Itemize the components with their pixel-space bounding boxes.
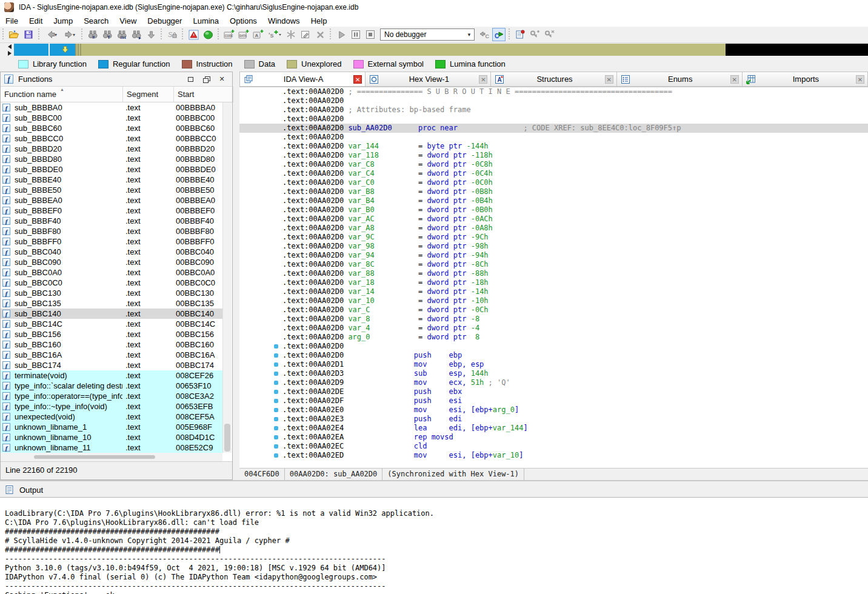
column-header-start[interactable]: Start bbox=[174, 87, 233, 102]
debugger-start-button[interactable] bbox=[335, 28, 348, 41]
debugger-pause-button[interactable] bbox=[349, 28, 362, 41]
scrollbar-thumb[interactable] bbox=[224, 424, 230, 452]
disasm-line[interactable]: .text:00AA02D0 bbox=[239, 342, 868, 351]
function-row[interactable]: fsub_BBC0C0.text00BBC0C0 bbox=[1, 278, 222, 288]
disasm-line[interactable]: .text:00AA02D0 var_C8 = dword ptr -0C8h bbox=[239, 160, 868, 169]
disasm-line[interactable]: .text:00AA02EC cld bbox=[239, 442, 868, 451]
function-row[interactable]: fsub_BBC16A.text00BBC16A bbox=[1, 350, 222, 360]
disasm-line[interactable]: .text:00AA02D0 var_144 = byte ptr -144h bbox=[239, 142, 868, 151]
function-row[interactable]: fsub_BBBD80.text00BBBD80 bbox=[1, 154, 222, 164]
disasm-line[interactable]: .text:00AA02D3 sub esp, 144h bbox=[239, 369, 868, 378]
maximize-button[interactable] bbox=[185, 75, 196, 84]
disasm-line[interactable]: .text:00AA02D9 mov ecx, 51h ; 'Q' bbox=[239, 378, 868, 387]
disasm-line[interactable]: .text:00AA02D0 var_88 = dword ptr -88h bbox=[239, 269, 868, 278]
disassembly-view[interactable]: .text:00AA02D0 ; =============== S U B R… bbox=[239, 87, 868, 468]
function-row[interactable]: fsub_BBBCC0.text00BBBCC0 bbox=[1, 133, 222, 144]
navband-strip[interactable] bbox=[14, 44, 868, 56]
menu-search[interactable]: Search bbox=[78, 15, 114, 27]
tab-close-icon[interactable]: ✕ bbox=[353, 75, 362, 84]
make-code-button[interactable]: CODE bbox=[222, 28, 236, 41]
disasm-line[interactable]: .text:00AA02E0 mov esi, [ebp+arg_0] bbox=[239, 405, 868, 415]
function-row[interactable]: fsub_BBBE40.text00BBBE40 bbox=[1, 175, 222, 185]
menu-view[interactable]: View bbox=[114, 15, 142, 27]
close-button[interactable]: ✕ bbox=[216, 75, 227, 84]
function-row[interactable]: fsub_BBBE50.text00BBBE50 bbox=[1, 185, 222, 195]
function-row[interactable]: fsub_BBC0A0.text00BBC0A0 bbox=[1, 267, 222, 278]
function-row[interactable]: fsub_BBC156.text00BBC156 bbox=[1, 329, 222, 339]
menu-jump[interactable]: Jump bbox=[48, 15, 78, 27]
function-row[interactable]: fsub_BBC14C.text00BBC14C bbox=[1, 319, 222, 329]
function-row[interactable]: funknown_libname_10.text008D4D1C bbox=[1, 432, 222, 442]
menu-file[interactable]: File bbox=[0, 15, 24, 27]
menu-windows[interactable]: Windows bbox=[262, 15, 305, 27]
disasm-line[interactable]: .text:00AA02D0 var_A8 = dword ptr -0A8h bbox=[239, 224, 868, 233]
tab-close-icon[interactable]: ✕ bbox=[730, 75, 739, 84]
navigate-forward-button[interactable]: ▾ bbox=[61, 28, 78, 41]
functions-horizontal-scrollbar[interactable] bbox=[1, 453, 222, 461]
disasm-line[interactable]: .text:00AA02D0 var_B0 = dword ptr -0B0h bbox=[239, 205, 868, 215]
disasm-line[interactable]: .text:00AA02ED mov esi, [ebp+var_10] bbox=[239, 451, 868, 460]
remove-breakpoint-button[interactable] bbox=[542, 28, 556, 41]
save-button[interactable] bbox=[22, 28, 35, 41]
tab-close-icon[interactable]: ✕ bbox=[479, 75, 487, 84]
menu-debugger[interactable]: Debugger bbox=[142, 15, 187, 27]
function-row[interactable]: fsub_BBBF40.text00BBBF40 bbox=[1, 216, 222, 226]
disasm-line[interactable]: .text:00AA02D0 var_C = dword ptr -0Ch bbox=[239, 305, 868, 315]
disasm-line[interactable]: .text:00AA02EA rep movsd bbox=[239, 433, 868, 442]
add-breakpoint-button[interactable] bbox=[528, 28, 541, 41]
menu-help[interactable]: Help bbox=[305, 15, 333, 27]
make-data-button[interactable]: DATA bbox=[237, 28, 250, 41]
disasm-line[interactable]: .text:00AA02D0 var_C4 = dword ptr -0C4h bbox=[239, 169, 868, 178]
search-immediate-button[interactable]: # bbox=[86, 28, 99, 41]
make-name-button[interactable]: A bbox=[252, 28, 265, 41]
attach-process-button[interactable]: C bbox=[478, 28, 491, 41]
function-row[interactable]: funknown_libname_11.text008E52C9 bbox=[1, 442, 222, 453]
function-row[interactable]: fsub_BBC040.text00BBC040 bbox=[1, 247, 222, 257]
disasm-line[interactable]: .text:00AA02D0 bbox=[239, 115, 868, 124]
disasm-line[interactable]: .text:00AA02D0 var_8 = dword ptr -8 bbox=[239, 315, 868, 324]
function-row[interactable]: fsub_BBBEF0.text00BBBEF0 bbox=[1, 205, 222, 216]
toolbar-grip[interactable] bbox=[329, 28, 332, 41]
function-row[interactable]: fterminate(void).text008CEF26 bbox=[1, 370, 222, 381]
search-next-button[interactable] bbox=[130, 28, 143, 41]
navband-right-arrow[interactable] bbox=[8, 51, 12, 56]
menu-lumina[interactable]: Lumina bbox=[187, 15, 224, 27]
toolbar-grip[interactable] bbox=[181, 28, 184, 41]
function-row[interactable]: fsub_BBC160.text00BBC160 bbox=[1, 339, 222, 350]
disasm-line[interactable]: .text:00AA02D0 ; =============== S U B R… bbox=[239, 87, 868, 96]
toolbar-grip[interactable] bbox=[81, 28, 84, 41]
disasm-line[interactable]: .text:00AA02D0 bbox=[239, 133, 868, 142]
toolbar-grip[interactable] bbox=[217, 28, 220, 41]
disasm-line[interactable]: .text:00AA02D0 push ebp bbox=[239, 351, 868, 360]
function-row[interactable]: fsub_BBBC00.text00BBBC00 bbox=[1, 113, 222, 123]
tab-close-icon[interactable]: ✕ bbox=[856, 75, 864, 84]
function-row[interactable]: fsub_BBBF80.text00BBBF80 bbox=[1, 226, 222, 236]
disasm-line[interactable]: .text:00AA02D0 var_18 = dword ptr -18h bbox=[239, 278, 868, 287]
disasm-line[interactable]: .text:00AA02D0 bbox=[239, 96, 868, 105]
snowflake-button[interactable] bbox=[284, 28, 298, 41]
toolbar-grip[interactable] bbox=[38, 28, 41, 41]
function-row[interactable]: fsub_BBBEA0.text00BBBEA0 bbox=[1, 195, 222, 205]
disasm-line[interactable]: .text:00AA02E4 lea edi, [ebp+var_144] bbox=[239, 424, 868, 433]
function-row[interactable]: fsub_BBC135.text00BBC135 bbox=[1, 298, 222, 309]
function-row[interactable]: ftype_info::operator==(type_info....text… bbox=[1, 391, 222, 401]
menu-options[interactable]: Options bbox=[224, 15, 262, 27]
continue-process-button[interactable]: C bbox=[492, 28, 506, 41]
search-binary-button[interactable]: 101 bbox=[115, 28, 129, 41]
search-text-button[interactable]: T bbox=[101, 28, 114, 41]
disasm-line[interactable]: .text:00AA02D0 ; Attributes: bp-based fr… bbox=[239, 105, 868, 115]
disasm-line[interactable]: .text:00AA02D0 var_C0 = dword ptr -0C0h bbox=[239, 178, 868, 187]
function-row[interactable]: fsub_BBC174.text00BBC174 bbox=[1, 360, 222, 370]
function-row[interactable]: funexpected(void).text008CEF5A bbox=[1, 412, 222, 422]
disasm-line[interactable]: .text:00AA02D0 var_B4 = dword ptr -0B4h bbox=[239, 196, 868, 205]
disasm-line[interactable]: .text:00AA02D0 var_4 = dword ptr -4 bbox=[239, 324, 868, 333]
restore-button[interactable] bbox=[201, 75, 212, 84]
disasm-line[interactable]: .text:00AA02D0 var_14 = dword ptr -14h bbox=[239, 287, 868, 296]
add-struct-button[interactable]: 's bbox=[266, 28, 283, 41]
jump-next-button[interactable] bbox=[144, 28, 158, 41]
navband-left-arrow[interactable] bbox=[8, 44, 12, 49]
function-row[interactable]: fsub_BBC140.text00BBC140 bbox=[1, 309, 222, 319]
delete-button[interactable] bbox=[313, 28, 327, 41]
function-row[interactable]: fsub_BBBC60.text00BBBC60 bbox=[1, 123, 222, 133]
disasm-line[interactable]: .text:00AA02D0 var_94 = dword ptr -94h bbox=[239, 251, 868, 260]
